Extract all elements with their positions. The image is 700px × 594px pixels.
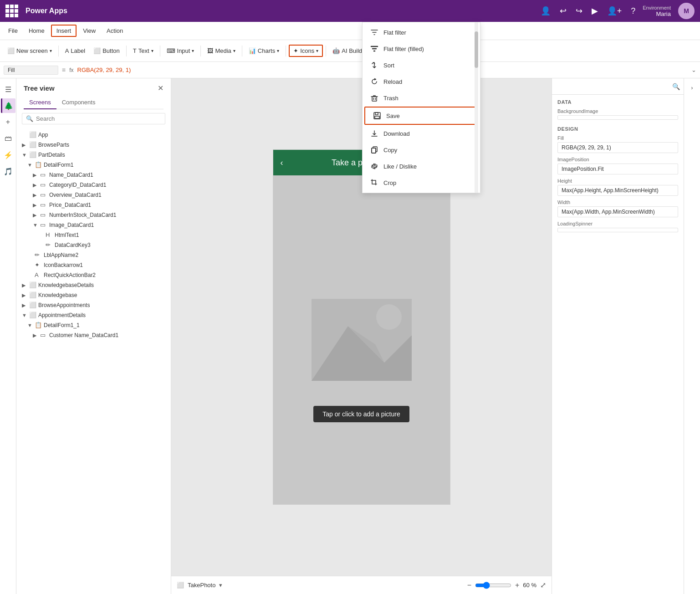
text-button[interactable]: T Text ▾ [129, 46, 157, 56]
icons-chevron: ▾ [316, 48, 318, 53]
avatar[interactable]: M [678, 3, 695, 19]
list-item[interactable]: ▶ ⬜ KnowledgebaseDetails [16, 280, 171, 290]
canvas-bottom-bar: ⬜ TakePhoto ▾ − + 60 % ⤢ [171, 576, 552, 594]
top-icons: 👤 ↩ ↪ ▶ 👤+ ? [541, 6, 636, 16]
list-item[interactable]: ▶ ▭ CategoryID_DataCard1 [16, 180, 171, 190]
media-button[interactable]: 🖼 Media ▾ [204, 46, 239, 56]
new-screen-icon: ⬜ [7, 47, 15, 54]
tab-screens[interactable]: Screens [24, 96, 56, 109]
dropdown-item-reload[interactable]: Reload [363, 73, 480, 90]
zoom-slider[interactable] [475, 582, 511, 589]
user-add-icon[interactable]: 👤+ [607, 6, 622, 16]
tap-label[interactable]: Tap or click to add a picture [313, 406, 409, 422]
sidebar-icon-add[interactable]: + [1, 115, 15, 129]
screen-chevron-icon[interactable]: ▾ [219, 582, 222, 589]
tree-tabs: Screens Components [24, 96, 164, 109]
fit-screen-button[interactable]: ⤢ [540, 581, 546, 589]
list-item[interactable]: ▶ ⬜ BrowseParts [16, 140, 171, 150]
dropdown-scrollbar[interactable] [475, 22, 478, 193]
person-check-icon[interactable]: 👤 [541, 6, 551, 16]
sidebar-icon-tree[interactable]: 🌲 [1, 98, 15, 113]
search-icon: 🔍 [26, 115, 33, 122]
list-item[interactable]: ▶ ⬜ Knowledgebase [16, 290, 171, 300]
list-item[interactable]: ✦ IconBackarrow1 [16, 260, 171, 270]
phone-body[interactable]: Tap or click to add a picture [273, 175, 450, 504]
list-item[interactable]: ▼ ▭ Image_DataCard1 [16, 220, 171, 230]
sidebar-icon-menu[interactable]: ☰ [1, 82, 15, 97]
tab-components[interactable]: Components [56, 96, 101, 109]
right-mini-sidebar: › [684, 78, 700, 594]
list-item[interactable]: H HtmlText1 [16, 230, 171, 240]
menu-view[interactable]: View [78, 26, 100, 36]
right-expand-button[interactable]: › [687, 82, 698, 93]
button-button[interactable]: ⬜ Button [90, 46, 123, 56]
formula-chevron-icon[interactable]: ⌄ [691, 67, 696, 73]
fill-selector[interactable]: Fill [4, 66, 58, 75]
separator-4 [200, 46, 201, 56]
sidebar-icon-media[interactable]: 🎵 [1, 164, 15, 179]
zoom-in-button[interactable]: + [515, 581, 519, 589]
environment-block: Environment Maria [643, 5, 671, 17]
list-item[interactable]: ⬜ App [16, 130, 171, 140]
dropdown-item-trash[interactable]: Trash [363, 90, 480, 106]
dropdown-item-flat-filter[interactable]: Flat filter [363, 24, 480, 41]
list-item[interactable]: ▶ ⬜ BrowseAppointments [16, 300, 171, 310]
list-item[interactable]: ▶ ▭ Price_DataCard1 [16, 200, 171, 210]
list-item[interactable]: ▼ 📋 DetailForm1_1 [16, 320, 171, 330]
undo-icon[interactable]: ↩ [560, 6, 567, 16]
image-position-input[interactable]: ImagePosition.Fit [557, 164, 678, 174]
background-image-input[interactable] [557, 115, 678, 120]
menu-action[interactable]: Action [102, 26, 128, 36]
list-item[interactable]: ✏ LblAppName2 [16, 250, 171, 260]
dropdown-item-crop[interactable]: Crop [363, 174, 480, 191]
media-icon: 🖼 [207, 47, 213, 54]
height-input[interactable]: Max(App.Height, App.MinScreenHeight) [557, 185, 678, 196]
help-icon[interactable]: ? [631, 6, 635, 16]
icons-button[interactable]: ✦ Icons ▾ [289, 45, 323, 57]
new-screen-chevron: ▾ [50, 48, 52, 53]
width-input[interactable]: Max(App.Width, App.MinScreenWidth) [557, 206, 678, 217]
right-search-icon[interactable]: 🔍 [672, 83, 680, 90]
separator-5 [242, 46, 242, 56]
svg-rect-6 [375, 113, 378, 115]
menu-insert[interactable]: Insert [51, 25, 77, 37]
fill-input[interactable]: RGBA(29, 29, 29, 1) [557, 142, 678, 153]
dropdown-item-flat-filter-filled[interactable]: Flat filter (filled) [363, 41, 480, 57]
dropdown-item-save[interactable]: Save [364, 107, 478, 125]
list-item[interactable]: ▼ ⬜ PartDetails [16, 150, 171, 160]
new-screen-button[interactable]: ⬜ New screen ▾ [4, 46, 56, 56]
dropdown-item-like-dislike[interactable]: Like / Dislike [363, 158, 480, 174]
list-item[interactable]: ▼ ⬜ AppointmentDetails [16, 310, 171, 320]
tree-close-button[interactable]: ✕ [158, 84, 164, 92]
list-item[interactable]: ▼ 📋 DetailForm1 [16, 160, 171, 170]
menu-home[interactable]: Home [24, 26, 49, 36]
background-image-label: BackgroundImage [557, 108, 678, 114]
dropdown-item-download[interactable]: Download [363, 125, 480, 142]
loading-spinner-input[interactable] [557, 228, 678, 232]
list-item[interactable]: A RectQuickActionBar2 [16, 270, 171, 280]
input-button[interactable]: ⌨ Input ▾ [163, 46, 198, 56]
dropdown-item-copy[interactable]: Copy [363, 142, 480, 158]
canvas-area: ‹ Take a photograph Tap or click to add … [171, 78, 552, 594]
redo-icon[interactable]: ↪ [576, 6, 582, 16]
width-label: Width [557, 200, 678, 205]
search-input[interactable] [36, 115, 161, 122]
sidebar-icon-data[interactable]: 🗃 [1, 131, 15, 146]
list-item[interactable]: ✏ DataCardKey3 [16, 240, 171, 250]
sidebar-icon-vars[interactable]: ⚡ [1, 148, 15, 162]
charts-button[interactable]: 📊 Charts ▾ [245, 46, 283, 56]
list-item[interactable]: ▶ ▭ Overview_DataCard1 [16, 190, 171, 200]
play-icon[interactable]: ▶ [592, 6, 598, 16]
zoom-out-button[interactable]: − [467, 581, 471, 589]
label-button[interactable]: A Label [61, 46, 89, 56]
back-icon[interactable]: ‹ [281, 158, 283, 168]
waffle-icon[interactable] [5, 5, 18, 17]
list-item[interactable]: ▶ ▭ Name_DataCard1 [16, 170, 171, 180]
list-item[interactable]: ▶ ▭ Customer Name_DataCard1 [16, 330, 171, 340]
image-position-field: ImagePosition ImagePosition.Fit [552, 155, 684, 176]
list-item[interactable]: ▶ ▭ NumberInStock_DataCard1 [16, 210, 171, 220]
dropdown-item-sort[interactable]: Sort [363, 57, 480, 73]
menu-file[interactable]: File [4, 26, 22, 36]
svg-rect-9 [372, 148, 376, 153]
sort-icon [370, 61, 379, 70]
